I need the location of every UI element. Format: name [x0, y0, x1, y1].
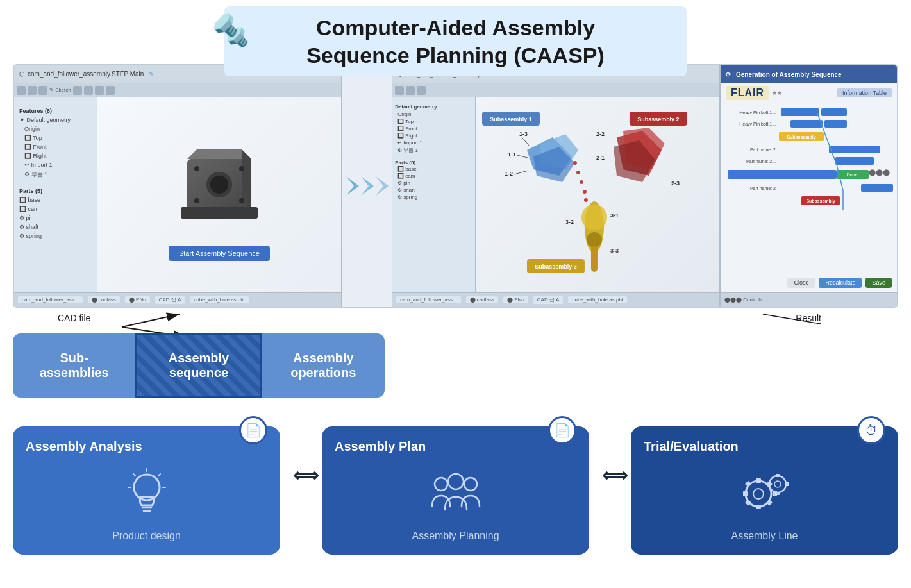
card-icon-area-left [26, 462, 267, 525]
assembly-operations-box: Assembly operations [262, 333, 385, 398]
gantt-label-3: Part name: 2 [724, 147, 776, 152]
panel-sidebar-mid: Default geometry Origin 🔲 Top 🔲 Front 🔲 … [392, 97, 476, 307]
trial-evaluation-subtitle: Assembly Line [644, 530, 885, 542]
flair-row: FLAIR ★★ Information Table [721, 83, 897, 103]
boxes-row: Sub- assemblies Assembly sequence Assemb… [13, 333, 385, 398]
card-icon-area-mid [335, 462, 576, 525]
svg-point-8 [194, 198, 199, 203]
svg-text:Subassembly 2: Subassembly 2 [637, 116, 679, 122]
document-icon-mid: 📄 [555, 423, 571, 438]
svg-text:2-1: 2-1 [596, 155, 605, 161]
flair-logo: FLAIR [726, 86, 769, 100]
people-icon [427, 471, 485, 516]
gantt-bar-3 [829, 146, 880, 153]
close-button[interactable]: Close [787, 278, 815, 288]
cad-file-label: CAD file [58, 313, 90, 323]
svg-point-55 [448, 474, 464, 489]
svg-text:1-3: 1-3 [519, 131, 528, 137]
svg-rect-65 [766, 499, 773, 505]
assembly-sequence-box: Assembly sequence [135, 333, 262, 398]
header-decoration-icon: 🔩 [212, 13, 250, 49]
svg-rect-59 [756, 478, 761, 483]
chevron-arrows-area [342, 65, 392, 307]
chevron-arrows [346, 176, 389, 196]
assembly-analysis-subtitle: Product design [26, 530, 267, 542]
trial-evaluation-title: Trial/Evaluation [644, 439, 739, 454]
panel-toolbar-mid [392, 83, 719, 97]
svg-rect-72 [768, 482, 771, 486]
svg-point-56 [464, 478, 477, 491]
flow-panel: ⟳ Generation of Assembly Sequence FLAIR … [721, 65, 897, 307]
assembly-plan-subtitle: Assembly Planning [335, 530, 576, 542]
subassemblies-box: Sub- assemblies [13, 333, 135, 398]
gantt-bar-1b [821, 108, 847, 116]
header-area: Computer-Aided Assembly Sequence Plannin… [224, 6, 687, 76]
svg-text:3-3: 3-3 [610, 248, 619, 254]
gantt-bar-4 [835, 157, 874, 165]
svg-point-54 [435, 478, 447, 491]
assembly-analysis-card: 📄 Assembly Analysis Product design [13, 426, 280, 555]
gantt-bar-2 [790, 120, 823, 128]
flow-header-title: Generation of Assembly Sequence [736, 71, 842, 78]
bottom-bar-right: ⬤⬤⬤ Controls [721, 292, 897, 307]
recalculate-button[interactable]: Recalculate [819, 278, 862, 288]
svg-point-33 [573, 161, 577, 165]
timer-icon: ⏱ [865, 423, 878, 438]
bottom-bar-mid: cam_and_follower_ass... ⬤ cadlass ⬤ PNo … [392, 292, 719, 307]
red-bar-row: Subassembly [724, 195, 893, 206]
svg-point-36 [583, 190, 587, 194]
svg-text:2-3: 2-3 [671, 180, 680, 187]
svg-line-41 [122, 314, 180, 327]
svg-text:1-2: 1-2 [505, 171, 513, 177]
gantt-label-5: Part name: 2 [724, 186, 776, 190]
gantt-row-5: Part name: 2 [724, 183, 893, 193]
assembly-diagram: Subassembly 1 Subassembly 2 Subassembly … [476, 97, 719, 292]
svg-point-34 [576, 171, 580, 174]
svg-text:3-1: 3-1 [610, 212, 619, 219]
gantt-bar-1 [781, 108, 819, 116]
gantt-label-4: Part name: 2... [724, 159, 776, 164]
svg-rect-71 [786, 482, 789, 486]
trial-evaluation-card: ⏱ Trial/Evaluation [631, 426, 898, 555]
svg-point-68 [774, 481, 781, 487]
svg-rect-69 [776, 474, 780, 477]
subassembly-yellow-bar: Subassembly [779, 132, 824, 141]
main-bar-row: Done! ⬤⬤⬤ [724, 169, 893, 180]
main-green-bar: Done! [837, 170, 869, 179]
panel-toolbar-left: ✎ Sketch [14, 83, 341, 97]
svg-line-52 [133, 474, 135, 476]
header-title: Computer-Aided Assembly Sequence Plannin… [237, 14, 674, 69]
card-icon-area-right [644, 462, 885, 525]
assembly-plan-card: 📄 Assembly Plan Assembly Planning [322, 426, 589, 555]
svg-text:3-2: 3-2 [565, 219, 574, 225]
save-button[interactable]: Save [865, 278, 892, 288]
topbar-text: cam_and_follower_assembly.STEP Main [28, 71, 144, 78]
red-subassembly-bar: Subassembly [801, 196, 840, 205]
svg-point-37 [584, 198, 588, 202]
gears-icon [736, 468, 794, 519]
card-badge-right: ⏱ [857, 416, 885, 444]
info-table-button[interactable]: Information Table [837, 88, 892, 97]
svg-point-18 [581, 205, 607, 230]
gantt-label-1: Heavy Pin bolt 1... [724, 110, 776, 115]
svg-point-5 [210, 176, 228, 194]
double-arrow-right: ⟺ [599, 465, 631, 486]
svg-rect-62 [743, 491, 748, 496]
double-arrow-left: ⟺ [290, 465, 322, 486]
panel-sidebar-left: Features (8) ▼ Default geometry Origin 🔲… [14, 97, 97, 307]
start-assembly-button[interactable]: Start Assembly Sequence [169, 246, 270, 261]
svg-point-9 [239, 198, 244, 203]
svg-rect-20 [591, 246, 598, 272]
result-label: Result [796, 313, 821, 323]
document-icon-left: 📄 [246, 423, 262, 438]
gantt-row-2: Heavy Pin bolt 1... [724, 119, 893, 129]
svg-text:2-2: 2-2 [596, 131, 605, 137]
svg-line-24 [517, 155, 530, 158]
screenshot-container: ⬡ cam_and_follower_assembly.STEP Main ✎ … [13, 64, 898, 308]
svg-text:Subassembly 3: Subassembly 3 [535, 264, 576, 270]
gantt-bar-2b [824, 120, 847, 128]
assembly-svg: Subassembly 1 Subassembly 2 Subassembly … [476, 97, 719, 292]
cad-viewport: Start Assembly Sequence [97, 97, 341, 307]
svg-line-22 [522, 137, 530, 147]
svg-rect-70 [776, 492, 780, 495]
